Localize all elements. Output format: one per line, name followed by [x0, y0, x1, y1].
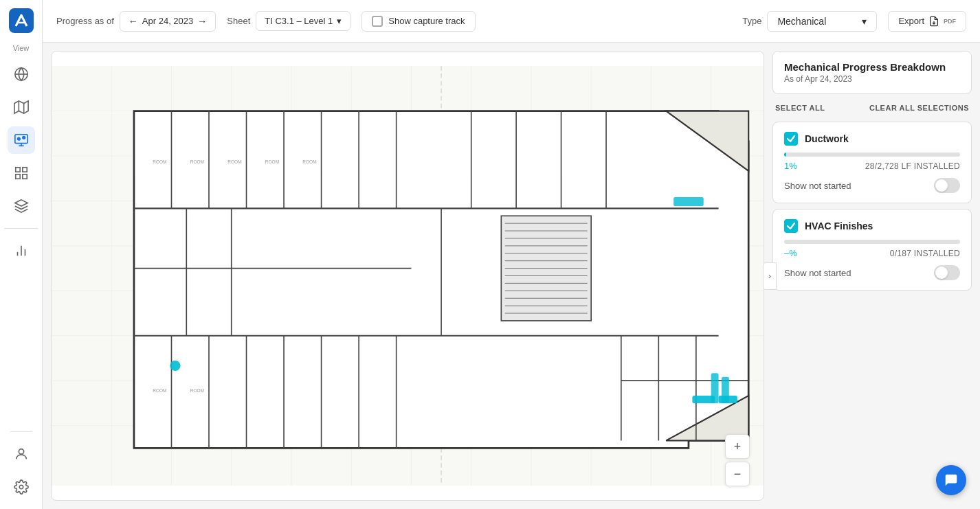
sidebar-item-layers[interactable] — [8, 192, 35, 220]
svg-rect-92 — [711, 373, 719, 403]
content-area: ROOM ROOM ROOM ROOM ROOM ROOM ROOM + − ›… — [43, 43, 980, 509]
ductwork-detail: 28/2,728 LF INSTALLED — [865, 161, 960, 171]
right-panel: › Mechanical Progress Breakdown As of Ap… — [772, 51, 972, 501]
hvac-pct: –% — [784, 248, 797, 258]
svg-text:ROOM: ROOM — [190, 388, 204, 393]
svg-point-9 — [17, 137, 20, 140]
category-card-hvac: HVAC Finishes –% 0/187 INSTALLED Show no… — [772, 209, 972, 291]
svg-rect-12 — [22, 168, 26, 172]
date-navigator[interactable]: ← Apr 24, 2023 → — [120, 11, 216, 32]
progress-label: Progress as of — [56, 16, 114, 26]
hvac-stats: –% 0/187 INSTALLED — [784, 248, 960, 258]
chat-button[interactable] — [936, 465, 966, 495]
select-all-button[interactable]: SELECT ALL — [775, 104, 825, 112]
hvac-detail: 0/187 INSTALLED — [890, 249, 960, 258]
svg-rect-14 — [22, 174, 26, 179]
type-selector[interactable]: Mechanical ▾ — [767, 11, 877, 32]
hvac-show-label: Show not started — [784, 268, 851, 278]
sidebar-divider — [4, 228, 38, 229]
hvac-name: HVAC Finishes — [805, 220, 873, 231]
sheet-section: Sheet TI C3.1 – Level 1 ▾ — [227, 11, 350, 31]
svg-rect-13 — [15, 174, 19, 179]
svg-rect-6 — [14, 135, 27, 144]
svg-rect-0 — [9, 8, 34, 33]
svg-point-19 — [19, 449, 23, 454]
view-label: View — [13, 44, 30, 52]
categories-list: Ductwork 1% 28/2,728 LF INSTALLED Show n… — [772, 122, 972, 501]
hvac-show-not-started: Show not started — [784, 265, 960, 280]
panel-title: Mechanical Progress Breakdown — [784, 61, 960, 73]
export-button[interactable]: Export PDF — [888, 11, 966, 32]
svg-point-10 — [22, 137, 25, 139]
svg-text:ROOM: ROOM — [265, 159, 279, 164]
export-label: Export — [898, 16, 924, 26]
sheet-value: TI C3.1 – Level 1 — [265, 16, 333, 26]
zoom-in-button[interactable]: + — [725, 434, 750, 459]
sidebar-bottom — [8, 429, 35, 501]
svg-marker-3 — [14, 101, 27, 113]
svg-rect-93 — [722, 377, 729, 403]
sidebar-item-progress[interactable] — [8, 126, 35, 154]
category-header-ductwork: Ductwork — [784, 132, 960, 146]
svg-text:ROOM: ROOM — [153, 388, 166, 393]
panel-header: Mechanical Progress Breakdown As of Apr … — [772, 51, 972, 94]
progress-date-section: Progress as of ← Apr 24, 2023 → — [56, 11, 216, 32]
collapse-panel-button[interactable]: › — [763, 262, 777, 290]
svg-text:ROOM: ROOM — [227, 159, 241, 164]
capture-checkbox[interactable] — [372, 16, 383, 27]
capture-track-toggle[interactable]: Show capture track — [361, 11, 475, 32]
zoom-out-button[interactable]: − — [725, 462, 750, 486]
ductwork-show-not-started: Show not started — [784, 178, 960, 193]
date-next-arrow[interactable]: → — [197, 16, 207, 27]
type-value: Mechanical — [777, 16, 826, 27]
svg-text:ROOM: ROOM — [153, 159, 166, 164]
svg-rect-88 — [673, 197, 704, 206]
ductwork-toggle[interactable] — [934, 178, 960, 193]
svg-point-20 — [19, 485, 23, 489]
sidebar-item-settings[interactable] — [8, 473, 35, 501]
blueprint-container[interactable]: ROOM ROOM ROOM ROOM ROOM ROOM ROOM + − — [51, 51, 764, 501]
toolbar: Progress as of ← Apr 24, 2023 → Sheet TI… — [43, 0, 980, 43]
app-logo[interactable] — [9, 8, 34, 33]
zoom-controls: + − — [725, 434, 750, 486]
ductwork-progress-fill — [784, 152, 786, 157]
category-card-ductwork: Ductwork 1% 28/2,728 LF INSTALLED Show n… — [772, 122, 972, 203]
category-header-hvac: HVAC Finishes — [784, 219, 960, 233]
svg-point-91 — [170, 361, 180, 371]
ductwork-checkbox[interactable] — [784, 132, 798, 146]
sheet-selector[interactable]: TI C3.1 – Level 1 ▾ — [256, 11, 350, 31]
hvac-checkbox[interactable] — [784, 219, 798, 233]
svg-rect-11 — [15, 168, 19, 172]
hvac-toggle-knob — [935, 267, 948, 279]
ductwork-toggle-knob — [935, 179, 948, 192]
type-chevron-icon: ▾ — [862, 16, 867, 27]
panel-date: As of Apr 24, 2023 — [784, 74, 960, 84]
hvac-progress-bar — [784, 240, 960, 244]
date-prev-arrow[interactable]: ← — [129, 16, 138, 27]
hvac-toggle[interactable] — [934, 265, 960, 280]
ductwork-pct: 1% — [784, 161, 797, 171]
sidebar-item-globe[interactable] — [8, 60, 35, 88]
sidebar-item-grid[interactable] — [8, 159, 35, 187]
sidebar-divider-2 — [10, 431, 32, 432]
sheet-label: Sheet — [227, 16, 250, 26]
main-area: Progress as of ← Apr 24, 2023 → Sheet TI… — [43, 0, 980, 509]
svg-text:ROOM: ROOM — [302, 159, 316, 164]
sidebar: View — [0, 0, 43, 509]
sidebar-item-user[interactable] — [8, 440, 35, 468]
sheet-chevron-icon: ▾ — [337, 16, 342, 26]
sidebar-item-chart[interactable] — [8, 237, 35, 264]
floorplan-svg: ROOM ROOM ROOM ROOM ROOM ROOM ROOM — [52, 52, 764, 500]
ductwork-name: Ductwork — [805, 133, 849, 144]
sidebar-item-map[interactable] — [8, 93, 35, 121]
capture-track-label: Show capture track — [388, 16, 465, 26]
type-label: Type — [742, 16, 761, 26]
export-icon — [928, 16, 939, 27]
svg-text:ROOM: ROOM — [190, 159, 204, 164]
clear-all-button[interactable]: CLEAR ALL SELECTIONS — [869, 104, 969, 112]
panel-actions: SELECT ALL CLEAR ALL SELECTIONS — [772, 100, 972, 116]
type-section: Type Mechanical ▾ — [742, 11, 877, 32]
svg-marker-15 — [14, 200, 27, 206]
date-value: Apr 24, 2023 — [142, 16, 193, 26]
ductwork-stats: 1% 28/2,728 LF INSTALLED — [784, 161, 960, 171]
